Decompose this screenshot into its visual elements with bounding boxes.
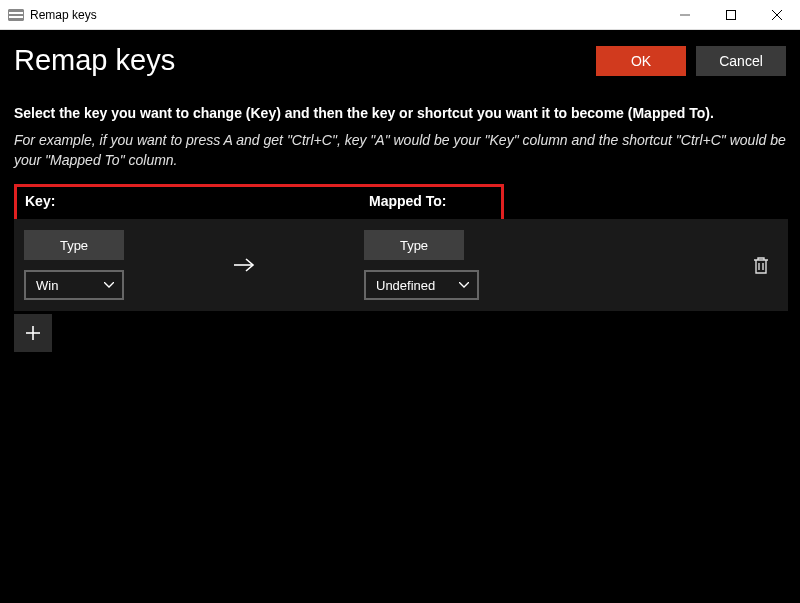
action-buttons: OK Cancel: [596, 46, 786, 76]
arrow-separator: [124, 256, 364, 274]
mapped-column-label: Mapped To:: [369, 193, 447, 209]
mapped-type-button[interactable]: Type: [364, 230, 464, 260]
key-column-block: Type Win: [24, 230, 124, 300]
app-icon: [8, 9, 24, 21]
arrow-right-icon: [233, 256, 255, 274]
page-title: Remap keys: [14, 44, 175, 77]
minimize-button[interactable]: [662, 0, 708, 29]
mapping-row: Type Win Type Undefined: [14, 219, 788, 311]
svg-rect-1: [727, 10, 736, 19]
highlight-box: Key: Mapped To: Type Win Type Un: [14, 184, 504, 308]
titlebar: Remap keys: [0, 0, 800, 30]
column-headers: Key: Mapped To:: [25, 193, 493, 209]
window-title: Remap keys: [30, 8, 662, 22]
window-controls: [662, 0, 800, 29]
mapped-dropdown-value: Undefined: [376, 278, 435, 293]
mapped-column-block: Type Undefined: [364, 230, 479, 300]
key-dropdown-value: Win: [36, 278, 58, 293]
maximize-button[interactable]: [708, 0, 754, 29]
close-button[interactable]: [754, 0, 800, 29]
add-mapping-button[interactable]: [14, 314, 52, 352]
key-column-label: Key:: [25, 193, 369, 209]
mapped-dropdown[interactable]: Undefined: [364, 270, 479, 300]
example-text: For example, if you want to press A and …: [14, 131, 786, 170]
instructions-text: Select the key you want to change (Key) …: [14, 105, 786, 121]
chevron-down-icon: [104, 282, 114, 288]
ok-button[interactable]: OK: [596, 46, 686, 76]
trash-icon: [752, 255, 770, 275]
key-type-button[interactable]: Type: [24, 230, 124, 260]
cancel-button[interactable]: Cancel: [696, 46, 786, 76]
plus-icon: [24, 324, 42, 342]
content-area: Remap keys OK Cancel Select the key you …: [0, 30, 800, 352]
delete-row-button[interactable]: [752, 255, 770, 275]
key-dropdown[interactable]: Win: [24, 270, 124, 300]
chevron-down-icon: [459, 282, 469, 288]
header-row: Remap keys OK Cancel: [14, 44, 786, 77]
